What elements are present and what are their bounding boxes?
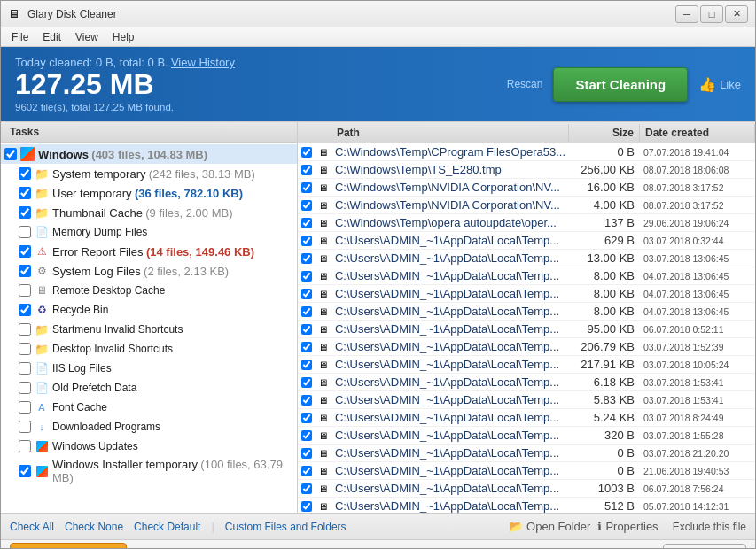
file-size: 95.00 KB <box>569 322 640 336</box>
task-checkbox-win-installer[interactable] <box>19 465 31 477</box>
check-none-link[interactable]: Check None <box>65 521 123 533</box>
task-checkbox-user-temp[interactable] <box>19 187 31 199</box>
task-checkbox-win-updates[interactable] <box>19 440 31 452</box>
menu-help[interactable]: Help <box>105 29 142 45</box>
file-checkbox[interactable] <box>301 182 312 193</box>
file-checkbox[interactable] <box>301 342 312 352</box>
open-folder-button[interactable]: 📂 Open Folder <box>509 520 590 533</box>
task-item-win-installer[interactable]: Windows Installer temporary (100 files, … <box>1 456 297 486</box>
file-row[interactable]: 🖥 C:\Windows\Temp\NVIDIA Corporation\NV.… <box>298 197 755 214</box>
file-checkbox[interactable] <box>301 147 312 158</box>
task-item-sys-log[interactable]: ⚙ System Log Files (2 files, 2.13 KB) <box>1 261 297 281</box>
task-item-mem-dump[interactable]: 📄 Memory Dump Files <box>1 222 297 242</box>
file-size: 5.24 KB <box>569 411 640 424</box>
task-item-iis[interactable]: 📄 IIS Log Files <box>1 359 297 378</box>
file-checkbox[interactable] <box>301 483 312 494</box>
file-checkbox[interactable] <box>301 377 312 388</box>
close-button[interactable]: ✕ <box>725 5 748 23</box>
check-default-link[interactable]: Check Default <box>134 521 200 533</box>
file-checkbox[interactable] <box>301 289 312 299</box>
file-row[interactable]: 🖥 C:\Users\ADMIN_~1\AppData\Local\Temp..… <box>298 374 755 391</box>
file-checkbox[interactable] <box>301 253 312 264</box>
task-item-startmenu[interactable]: 📁 Startmenu Invalid Shortcuts <box>1 320 297 339</box>
file-checkbox[interactable] <box>301 306 312 317</box>
file-row[interactable]: 🖥 C:\Users\ADMIN_~1\AppData\Local\Temp..… <box>298 303 755 321</box>
file-row[interactable]: 🖥 C:\Windows\Temp\NVIDIA Corporation\NV.… <box>298 179 755 197</box>
task-item-thumb-cache[interactable]: 📁 Thumbnail Cache (9 files, 2.00 MB) <box>1 203 297 222</box>
file-row[interactable]: 🖥 C:\Users\ADMIN_~1\AppData\Local\Temp..… <box>298 498 755 513</box>
minimize-button[interactable]: ─ <box>675 5 698 23</box>
maximize-button[interactable]: □ <box>700 5 723 23</box>
task-checkbox-remote[interactable] <box>19 284 31 297</box>
file-row[interactable]: 🖥 C:\Users\ADMIN_~1\AppData\Local\Temp..… <box>298 321 755 338</box>
view-history-link[interactable]: View History <box>171 56 235 69</box>
task-checkbox-mem-dump[interactable] <box>19 226 31 238</box>
ignore-list-button[interactable]: Ignore List <box>663 544 746 549</box>
task-checkbox-startmenu[interactable] <box>19 323 31 336</box>
file-checkbox[interactable] <box>301 271 312 282</box>
task-item-user-temp[interactable]: 📁 User temporary (36 files, 782.10 KB) <box>1 183 297 203</box>
task-item-win-updates[interactable]: Windows Updates <box>1 437 297 456</box>
file-checkbox[interactable] <box>301 324 312 335</box>
menu-edit[interactable]: Edit <box>35 29 68 45</box>
task-item-error-report[interactable]: ⚠ Error Report Files (14 files, 149.46 K… <box>1 242 297 261</box>
task-item-desktop[interactable]: 📁 Desktop Invalid Shortcuts <box>1 339 297 359</box>
custom-files-link[interactable]: Custom Files and Folders <box>225 521 347 533</box>
task-item-font[interactable]: A Font Cache <box>1 398 297 417</box>
file-checkbox[interactable] <box>301 218 312 228</box>
rescan-button[interactable]: Rescan <box>507 78 543 90</box>
task-item-remote[interactable]: 🖥 Remote Desktop Cache <box>1 281 297 300</box>
file-row[interactable]: 🖥 C:\Users\ADMIN_~1\AppData\Local\Temp..… <box>298 338 755 356</box>
start-cleaning-button[interactable]: Start Cleaning <box>553 67 688 102</box>
task-checkbox-error-report[interactable] <box>19 245 31 258</box>
like-button[interactable]: 👍 Like <box>698 76 741 93</box>
file-row[interactable]: 🖥 C:\Users\ADMIN_~1\AppData\Local\Temp..… <box>298 445 755 462</box>
task-checkbox-recycle[interactable] <box>19 304 31 316</box>
file-row[interactable]: 🖥 C:\Users\ADMIN_~1\AppData\Local\Temp..… <box>298 427 755 445</box>
file-row[interactable]: 🖥 C:\Users\ADMIN_~1\AppData\Local\Temp..… <box>298 250 755 267</box>
file-checkbox[interactable] <box>301 236 312 246</box>
file-checkbox[interactable] <box>301 466 312 476</box>
upgrade-to-pro-button[interactable]: Upgrade to Pro <box>10 543 127 549</box>
file-checkbox[interactable] <box>301 200 312 211</box>
file-row[interactable]: 🖥 C:\Windows\Temp\TS_E280.tmp 256.00 KB … <box>298 161 755 179</box>
file-row[interactable]: 🖥 C:\Users\ADMIN_~1\AppData\Local\Temp..… <box>298 232 755 250</box>
task-item-recycle[interactable]: ♻ Recycle Bin <box>1 300 297 320</box>
task-checkbox-downloaded[interactable] <box>19 421 31 433</box>
file-row[interactable]: 🖥 C:\Windows\Temp\opera autoupdate\oper.… <box>298 214 755 232</box>
file-checkbox[interactable] <box>301 430 312 441</box>
properties-button[interactable]: ℹ Properties <box>597 520 658 533</box>
task-item-downloaded[interactable]: ↓ Downloaded Programs <box>1 417 297 437</box>
task-checkbox-thumb-cache[interactable] <box>19 206 31 219</box>
file-row[interactable]: 🖥 C:\Users\ADMIN_~1\AppData\Local\Temp..… <box>298 356 755 374</box>
check-all-link[interactable]: Check All <box>10 521 54 533</box>
file-size: 217.91 KB <box>569 358 640 371</box>
task-checkbox-sys-log[interactable] <box>19 265 31 277</box>
task-checkbox-windows[interactable] <box>4 148 17 160</box>
task-item-windows[interactable]: Windows (403 files, 104.83 MB) <box>1 144 297 164</box>
task-checkbox-prefetch[interactable] <box>19 382 31 394</box>
task-checkbox-desktop[interactable] <box>19 343 31 355</box>
file-row[interactable]: 🖥 C:\Users\ADMIN_~1\AppData\Local\Temp..… <box>298 409 755 427</box>
task-checkbox-sys-temp[interactable] <box>19 167 31 180</box>
file-checkbox[interactable] <box>301 501 312 512</box>
file-path: C:\Users\ADMIN_~1\AppData\Local\Temp... <box>331 393 569 406</box>
task-item-prefetch[interactable]: 📄 Old Prefetch Data <box>1 378 297 398</box>
file-checkbox[interactable] <box>301 165 312 175</box>
task-checkbox-font[interactable] <box>19 401 31 414</box>
file-checkbox[interactable] <box>301 413 312 423</box>
menu-file[interactable]: File <box>4 29 35 45</box>
file-row[interactable]: 🖥 C:\Users\ADMIN_~1\AppData\Local\Temp..… <box>298 391 755 409</box>
file-row[interactable]: 🖥 C:\Users\ADMIN_~1\AppData\Local\Temp..… <box>298 285 755 303</box>
file-row[interactable]: 🖥 C:\Users\ADMIN_~1\AppData\Local\Temp..… <box>298 267 755 285</box>
task-item-sys-temp[interactable]: 📁 System temporary (242 files, 38.13 MB) <box>1 164 297 183</box>
exclude-file-button[interactable]: Exclude this file <box>673 521 746 533</box>
file-row[interactable]: 🖥 C:\Users\ADMIN_~1\AppData\Local\Temp..… <box>298 462 755 480</box>
file-checkbox[interactable] <box>301 360 312 370</box>
file-checkbox[interactable] <box>301 395 312 406</box>
menu-view[interactable]: View <box>68 29 105 45</box>
file-checkbox[interactable] <box>301 448 312 459</box>
task-checkbox-iis[interactable] <box>19 362 31 375</box>
file-row[interactable]: 🖥 C:\Windows\Temp\CProgram FilesOpera53.… <box>298 143 755 161</box>
file-row[interactable]: 🖥 C:\Users\ADMIN_~1\AppData\Local\Temp..… <box>298 480 755 498</box>
